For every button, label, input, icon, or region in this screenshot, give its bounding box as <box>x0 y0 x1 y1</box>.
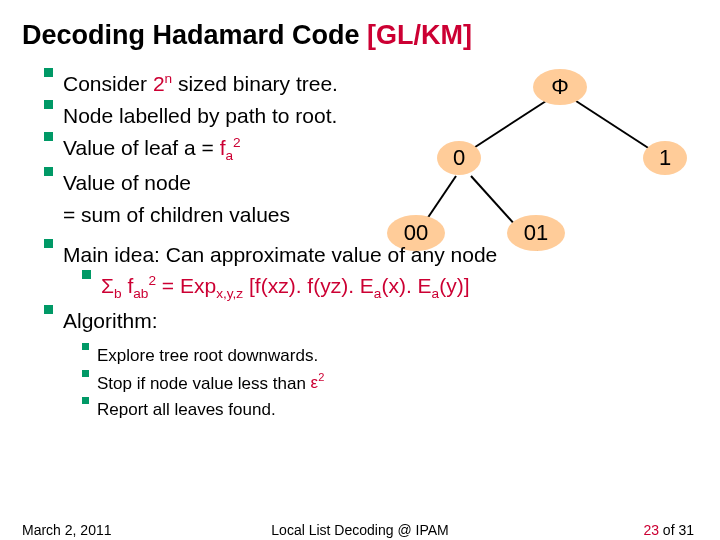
text: sized binary tree. <box>172 72 338 95</box>
bullet-item: Consider 2n sized binary tree. <box>44 68 684 100</box>
bullet-item: Value of leaf a = fa2 <box>44 132 684 167</box>
text: 2 <box>153 72 165 95</box>
bullet-text: Algorithm: <box>63 305 684 337</box>
subscript: b <box>114 287 122 302</box>
text: Stop if node value less than <box>97 373 311 392</box>
bullet-text: Main idea: Can approximate value of any … <box>63 239 684 271</box>
highlight: 2n <box>153 72 172 95</box>
slide-title: Decoding Hadamard Code [GL/KM] <box>22 20 472 51</box>
text: [f(xz). f(yz). E <box>243 274 374 297</box>
bullet-text: = sum of children values <box>63 199 684 231</box>
slide: Decoding Hadamard Code [GL/KM] Φ 0 1 00 … <box>0 0 720 540</box>
sub-bullet-item: Explore tree root downwards. <box>82 343 684 369</box>
sub-bullet-item: Σb fab2 = Expx,y,z [f(xz). f(yz). Ea(x).… <box>82 270 684 305</box>
bullet-icon <box>44 239 53 248</box>
subscript: a <box>225 148 233 163</box>
page-total: of 31 <box>659 522 694 538</box>
bullet-item: Value of node <box>44 167 684 199</box>
highlight: fa2 <box>220 136 241 159</box>
text: Consider <box>63 72 153 95</box>
sub-bullet-item: Report all leaves found. <box>82 397 684 423</box>
bullet-icon <box>44 305 53 314</box>
bullet-text: Report all leaves found. <box>97 397 276 423</box>
sub-bullet-item: Stop if node value less than ε2 <box>82 370 684 397</box>
text: f <box>122 274 134 297</box>
text: = Exp <box>156 274 216 297</box>
title-reference: [GL/KM] <box>367 20 472 50</box>
superscript: 2 <box>318 372 324 384</box>
page-number: 23 <box>643 522 659 538</box>
bullet-icon <box>82 397 89 404</box>
bullet-text: Stop if node value less than ε2 <box>97 370 324 397</box>
bullet-icon <box>82 270 91 279</box>
bullet-text: Value of node <box>63 167 684 199</box>
bullet-icon <box>44 167 53 176</box>
highlight: ε2 <box>311 373 325 392</box>
footer-title: Local List Decoding @ IPAM <box>0 522 720 538</box>
content-area: Consider 2n sized binary tree. Node labe… <box>44 68 684 423</box>
footer-pager: 23 of 31 <box>643 522 694 538</box>
bullet-item: Main idea: Can approximate value of any … <box>44 239 684 271</box>
bullet-icon <box>82 370 89 377</box>
bullet-text: Consider 2n sized binary tree. <box>63 68 684 100</box>
text: (x). E <box>381 274 431 297</box>
subscript: ab <box>133 287 148 302</box>
bullet-icon <box>82 343 89 350</box>
bullet-item: Algorithm: <box>44 305 684 337</box>
bullet-icon <box>44 68 53 77</box>
bullet-icon <box>44 100 53 109</box>
superscript: 2 <box>148 273 156 288</box>
bullet-continuation: = sum of children values <box>63 199 684 231</box>
bullet-icon <box>44 132 53 141</box>
formula: Σb fab2 = Expx,y,z [f(xz). f(yz). Ea(x).… <box>101 270 470 305</box>
title-text: Decoding Hadamard Code <box>22 20 367 50</box>
bullet-text: Explore tree root downwards. <box>97 343 318 369</box>
text: Value of leaf a = <box>63 136 220 159</box>
sigma: Σ <box>101 274 114 297</box>
bullet-item: Node labelled by path to root. <box>44 100 684 132</box>
bullet-text: Value of leaf a = fa2 <box>63 132 684 167</box>
bullet-text: Node labelled by path to root. <box>63 100 684 132</box>
subscript: x,y,z <box>216 287 243 302</box>
text: (y)] <box>439 274 469 297</box>
superscript: 2 <box>233 135 241 150</box>
